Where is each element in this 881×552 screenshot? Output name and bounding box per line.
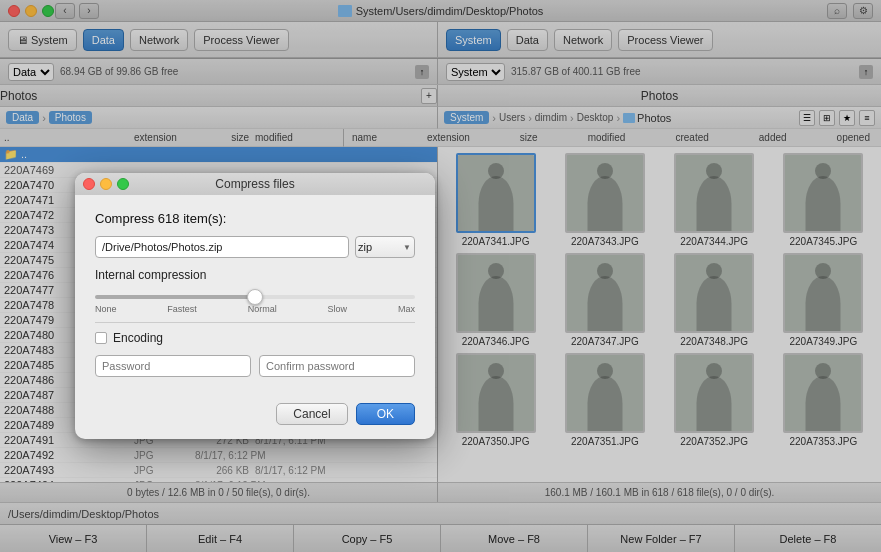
format-select[interactable]: zip tar gz [355, 236, 415, 258]
format-select-wrapper: zip tar gz [355, 236, 415, 258]
dialog-maximize-button[interactable] [117, 178, 129, 190]
confirm-password-input[interactable] [259, 355, 415, 377]
password-row [95, 355, 415, 377]
password-input[interactable] [95, 355, 251, 377]
slider-label-normal: Normal [248, 304, 277, 314]
ok-button[interactable]: OK [356, 403, 415, 425]
compression-slider[interactable] [95, 295, 415, 299]
encoding-label: Encoding [113, 331, 163, 345]
dialog-footer: Cancel OK [75, 403, 435, 439]
cancel-button[interactable]: Cancel [276, 403, 347, 425]
slider-label-slow: Slow [328, 304, 348, 314]
dialog-close-button[interactable] [83, 178, 95, 190]
dialog-minimize-button[interactable] [100, 178, 112, 190]
encoding-checkbox[interactable] [95, 332, 107, 344]
compress-dialog: Compress files Compress 618 item(s): zip… [75, 173, 435, 439]
slider-label-none: None [95, 304, 117, 314]
compression-section-label: Internal compression [95, 268, 415, 282]
slider-label-fastest: Fastest [167, 304, 197, 314]
encoding-row: Encoding [95, 331, 415, 345]
dialog-title-bar: Compress files [75, 173, 435, 195]
path-input[interactable] [95, 236, 349, 258]
dialog-overlay: Compress files Compress 618 item(s): zip… [0, 0, 881, 552]
dialog-divider [95, 322, 415, 323]
slider-label-max: Max [398, 304, 415, 314]
dialog-traffic-lights [83, 178, 129, 190]
dialog-body: Compress 618 item(s): zip tar gz Interna… [75, 195, 435, 403]
slider-container: None Fastest Normal Slow Max [95, 288, 415, 314]
dialog-title: Compress files [215, 177, 294, 191]
slider-labels: None Fastest Normal Slow Max [95, 304, 415, 314]
compress-items-label: Compress 618 item(s): [95, 211, 415, 226]
path-format-row: zip tar gz [95, 236, 415, 258]
